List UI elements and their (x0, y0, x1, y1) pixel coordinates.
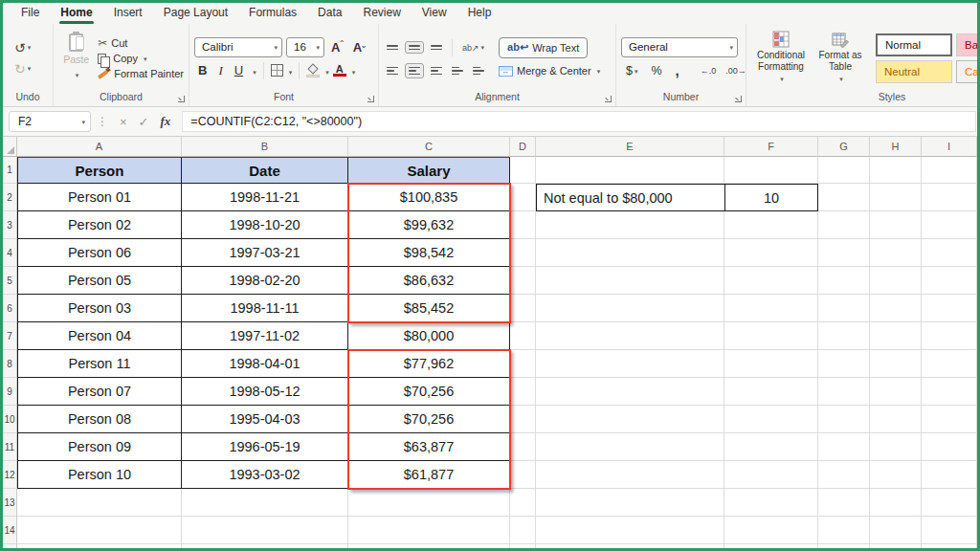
cell-F3[interactable] (724, 211, 818, 239)
merge-center-button[interactable]: ↔ Merge & Center (499, 65, 600, 77)
cell-C2[interactable]: $100,835 (348, 184, 510, 211)
align-bottom-button[interactable] (428, 42, 445, 53)
cell-A8[interactable]: Person 11 (17, 350, 182, 378)
cell-E13[interactable] (536, 489, 724, 517)
cell-D5[interactable] (510, 267, 536, 295)
column-header-D[interactable]: D (510, 137, 536, 157)
cell-G7[interactable] (818, 322, 870, 350)
cell-E8[interactable] (536, 350, 724, 378)
row-header-8[interactable]: 8 (3, 350, 17, 378)
cell-C3[interactable]: $99,632 (348, 211, 510, 239)
row-header-4[interactable]: 4 (3, 239, 17, 267)
increase-decimal-button[interactable]: ←.0 (698, 66, 720, 76)
cell-E12[interactable] (536, 461, 724, 489)
cell-I5[interactable] (922, 267, 977, 295)
cell-D9[interactable] (510, 378, 536, 406)
cell-F14[interactable] (724, 517, 818, 544)
cell-H10[interactable] (870, 406, 922, 433)
cell-H6[interactable] (870, 295, 922, 322)
cell-H1[interactable] (870, 157, 922, 184)
number-format-select[interactable]: General (621, 37, 738, 57)
cell-H15[interactable] (870, 544, 922, 548)
cell-G4[interactable] (818, 239, 870, 267)
cell-G3[interactable] (818, 211, 870, 239)
cell-H2[interactable] (870, 184, 922, 211)
cell-E10[interactable] (536, 406, 724, 433)
cell-F1[interactable] (724, 157, 818, 184)
tab-insert[interactable]: Insert (103, 3, 153, 24)
cell-G6[interactable] (818, 295, 870, 322)
paste-button[interactable]: Paste (58, 33, 94, 82)
cell-I4[interactable] (922, 239, 977, 267)
tab-file[interactable]: File (11, 3, 50, 24)
cell-F7[interactable] (724, 322, 818, 350)
cell-I9[interactable] (922, 378, 977, 406)
cell-I8[interactable] (922, 350, 977, 378)
more-options-icon[interactable]: ⋮ (91, 115, 114, 128)
cell-D12[interactable] (510, 461, 536, 489)
cell-D14[interactable] (510, 517, 536, 544)
cell-F4[interactable] (724, 239, 818, 267)
cell-I10[interactable] (922, 406, 977, 433)
cell-F11[interactable] (724, 433, 818, 461)
borders-icon[interactable] (271, 64, 283, 77)
row-header-11[interactable]: 11 (3, 433, 17, 461)
row-header-6[interactable]: 6 (3, 295, 17, 322)
increase-font-size-button[interactable]: A (328, 40, 346, 55)
cell-I12[interactable] (922, 461, 977, 489)
tab-formulas[interactable]: Formulas (238, 3, 307, 24)
cell-B9[interactable]: 1998-05-12 (182, 378, 348, 406)
cell-B15[interactable] (182, 544, 348, 548)
cell-A5[interactable]: Person 05 (17, 267, 182, 295)
cell-C1[interactable]: Salary (348, 157, 510, 184)
cell-F5[interactable] (724, 267, 818, 295)
format-painter-button[interactable]: Format Painter (98, 67, 184, 79)
fill-color-button[interactable] (306, 64, 320, 77)
cell-C12[interactable]: $61,877 (348, 461, 510, 489)
font-color-button[interactable]: A (333, 64, 346, 77)
tab-home[interactable]: Home (50, 3, 102, 24)
cell-G14[interactable] (818, 517, 870, 544)
cell-B14[interactable] (182, 517, 348, 544)
cell-H4[interactable] (870, 239, 922, 267)
cell-B1[interactable]: Date (182, 157, 348, 184)
increase-indent-button[interactable] (470, 64, 487, 78)
cell-C14[interactable] (348, 517, 510, 544)
row-header-15[interactable]: 15 (3, 544, 17, 548)
column-header-F[interactable]: F (724, 137, 818, 157)
tab-page-layout[interactable]: Page Layout (153, 3, 238, 24)
cell-G11[interactable] (818, 433, 870, 461)
cell-F6[interactable] (724, 295, 818, 322)
cell-D1[interactable] (510, 157, 536, 184)
cell-E14[interactable] (536, 517, 724, 544)
dialog-launcher-icon[interactable] (368, 96, 374, 102)
cell-A13[interactable] (17, 489, 182, 517)
cell-C6[interactable]: $85,452 (348, 295, 510, 322)
column-header-I[interactable]: I (922, 137, 977, 157)
cell-B7[interactable]: 1997-11-02 (182, 322, 348, 350)
cell-A1[interactable]: Person (17, 157, 182, 184)
cell-D7[interactable] (510, 322, 536, 350)
cell-D11[interactable] (510, 433, 536, 461)
align-left-button[interactable] (384, 64, 401, 78)
cell-G10[interactable] (818, 406, 870, 433)
orientation-button[interactable]: ab↗ (459, 43, 487, 53)
row-header-2[interactable]: 2 (3, 184, 17, 211)
redo-button[interactable]: ↻ (14, 60, 31, 77)
column-header-G[interactable]: G (818, 137, 870, 157)
cell-F8[interactable] (724, 350, 818, 378)
conditional-formatting-button[interactable]: Conditional Formatting (751, 31, 811, 85)
cell-F9[interactable] (724, 378, 818, 406)
cell-C4[interactable]: $98,542 (348, 239, 510, 267)
percent-style-button[interactable]: % (646, 64, 666, 77)
tab-help[interactable]: Help (457, 3, 502, 24)
cell-G13[interactable] (818, 489, 870, 517)
cell-F2[interactable]: 10 (724, 184, 818, 211)
insert-function-icon[interactable]: fx (155, 114, 177, 129)
align-middle-button[interactable] (405, 41, 424, 54)
cell-G12[interactable] (818, 461, 870, 489)
cell-H8[interactable] (870, 350, 922, 378)
cell-G1[interactable] (818, 157, 870, 184)
cell-E6[interactable] (536, 295, 724, 322)
format-as-table-button[interactable]: Format as Table (811, 31, 870, 85)
